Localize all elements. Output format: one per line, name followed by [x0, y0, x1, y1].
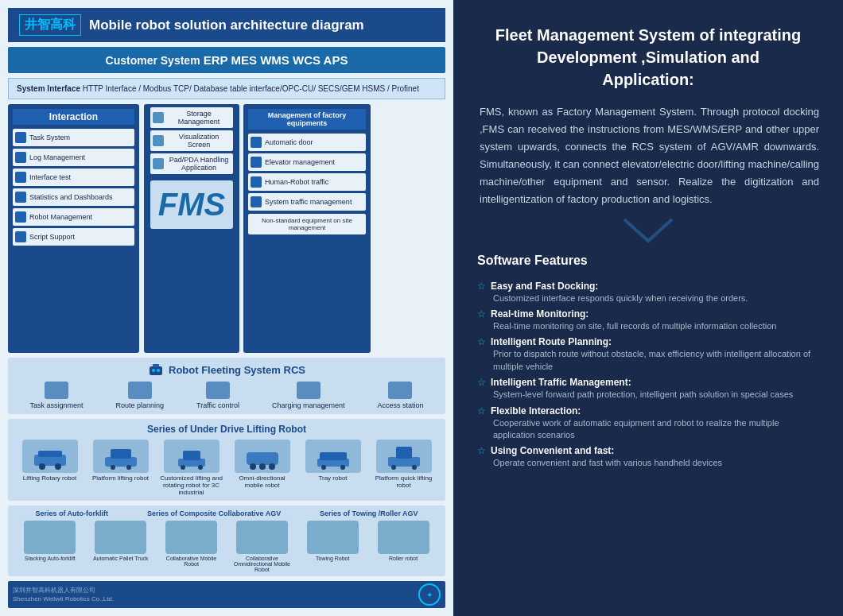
svg-rect-16	[247, 452, 278, 465]
feature-desc-2: Real-time monitoring on site, full recor…	[477, 320, 819, 332]
list-item: Access station	[377, 382, 423, 409]
list-item: ☆ Easy and Fast Docking: Customized inte…	[477, 281, 819, 304]
footer-logo: ✦	[418, 583, 441, 606]
list-item: Platform lifting robot	[89, 440, 153, 496]
feature-header: ☆ Easy and Fast Docking:	[477, 281, 819, 292]
interface-bar: System Interface HTTP Interface / Modbus…	[8, 78, 445, 99]
right-title: Fleet Management System of integrating D…	[477, 24, 819, 91]
human-robot-icon	[251, 176, 262, 188]
log-mgmt-label: Log Management	[29, 153, 85, 161]
star-icon-4: ☆	[477, 377, 486, 388]
list-item: ☆ Intelligent Traffic Management: System…	[477, 377, 819, 401]
list-item: Visualization Screen	[150, 130, 233, 151]
towing-robot-img	[307, 521, 359, 554]
list-item: Log Management	[13, 149, 134, 166]
list-item: Towing Robot	[301, 521, 363, 572]
interface-protocols: HTTP Interface / Modbus TCP/ Database ta…	[83, 84, 419, 93]
svg-rect-5	[38, 451, 62, 457]
pad-icon	[153, 158, 164, 169]
list-item: Platform quick lifting robot	[372, 440, 436, 496]
svg-point-19	[269, 463, 275, 470]
feature-name-1: Easy and Fast Docking:	[491, 281, 598, 292]
svg-point-23	[340, 465, 345, 470]
svg-rect-21	[320, 452, 347, 460]
list-item: Customized lifting and rotating robot fo…	[160, 440, 223, 496]
list-item: Charging management	[272, 382, 345, 409]
svg-rect-13	[183, 451, 200, 460]
right-title-line3: Application:	[477, 68, 819, 91]
right-description: FMS, known as Factory Management System.…	[477, 103, 819, 209]
list-item: Automatic door	[248, 134, 366, 151]
log-icon	[15, 152, 26, 163]
list-item: Interface test	[13, 169, 134, 186]
brand-label: 井智高科	[19, 14, 81, 36]
platform-quick-img	[376, 440, 432, 473]
svg-point-22	[321, 465, 326, 470]
list-item: Tray robot	[301, 440, 365, 496]
under-drive-section: Series of Under Drive Lifting Robot Lift…	[8, 419, 445, 501]
rcs-section: Robot Fleeting System RCS Task assignmen…	[8, 358, 445, 414]
feature-header: ☆ Using Convenient and fast:	[477, 445, 819, 456]
svg-rect-9	[111, 449, 131, 459]
stacking-forklift-img	[24, 521, 76, 554]
feature-name-3: Intelligent Route Planning:	[491, 336, 612, 347]
pallet-truck-img	[95, 521, 146, 554]
series-title-towing: Series of Towing /Roller AGV	[320, 509, 418, 517]
series-section: Series of Auto-forklift Series of Compos…	[8, 506, 445, 576]
svg-point-15	[198, 465, 203, 470]
list-item: Storage Management	[150, 107, 233, 128]
robot-mgmt-icon	[15, 211, 26, 223]
feature-header: ☆ Intelligent Route Planning:	[477, 336, 819, 347]
star-icon-6: ☆	[477, 445, 486, 456]
fms-center: FMS	[150, 180, 233, 229]
list-item: Robot Management	[13, 208, 134, 226]
left-panel: 井智高科 Mobile robot solution architecture …	[0, 0, 453, 616]
under-drive-grid: Lifting Rotary robot Platform lifting ro…	[16, 440, 437, 496]
svg-point-18	[259, 463, 266, 470]
series-titles: Series of Auto-forklift Series of Compos…	[16, 509, 437, 517]
vis-screen-icon	[153, 135, 164, 146]
feature-name-6: Using Convenient and fast:	[491, 445, 614, 456]
svg-point-3	[157, 369, 160, 372]
feature-header: ☆ Flexible Interaction:	[477, 405, 819, 416]
list-item: Script Support	[13, 228, 134, 246]
diagram-title: Mobile robot solution architecture diagr…	[89, 17, 364, 33]
factory-box: Management of factory equipments Automat…	[243, 104, 371, 353]
feature-name-5: Flexible Interaction:	[491, 405, 581, 416]
series-robot-grid: Stacking Auto-forklift Automatic Pallet …	[16, 521, 437, 572]
tray-robot-img	[305, 440, 361, 473]
svg-rect-0	[150, 366, 162, 375]
list-item: ☆ Flexible Interaction: Cooperative work…	[477, 405, 819, 442]
company-cn: 深圳井智高科机器人有限公司	[13, 586, 114, 595]
list-item: Automatic Pallet Truck	[90, 521, 152, 572]
feature-name-2: Real-time Monitoring:	[491, 308, 589, 320]
interface-test-icon	[15, 172, 26, 183]
task-system-label: Task System	[29, 134, 70, 141]
script-label: Script Support	[29, 233, 75, 241]
charge-mgmt-icon	[297, 382, 320, 399]
star-icon-5: ☆	[477, 405, 486, 416]
star-icon-3: ☆	[477, 336, 486, 347]
interface-test-label: Interface test	[29, 173, 71, 181]
sys-traffic-icon	[251, 196, 262, 207]
series-title-collab: Series of Composite Collaborative AGV	[147, 509, 281, 517]
roller-robot-img	[378, 521, 429, 554]
feature-header: ☆ Intelligent Traffic Management:	[477, 377, 819, 388]
feature-desc-3: Prior to dispatch route without obstacle…	[477, 348, 819, 373]
interaction-title: Interaction	[13, 109, 134, 125]
series-title-forklift: Series of Auto-forklift	[35, 509, 108, 517]
left-header: 井智高科 Mobile robot solution architecture …	[8, 8, 445, 42]
access-station-icon	[388, 382, 412, 399]
list-item: Task System	[13, 129, 134, 146]
list-item: Lifting Rotary robot	[18, 440, 82, 496]
customized-lifting-img	[164, 440, 219, 473]
customer-systems-list: ERP MES WMS WCS APS	[204, 53, 348, 67]
storage-mgmt-box: Storage Management Visualization Screen …	[144, 104, 239, 353]
interaction-box: Interaction Task System Log Management I…	[8, 104, 139, 353]
svg-point-2	[152, 369, 155, 372]
lifting-rotary-img	[22, 440, 78, 473]
robot-mgmt-label: Robot Management	[29, 213, 92, 221]
feature-header: ☆ Real-time Monitoring:	[477, 308, 819, 320]
stats-icon	[15, 192, 26, 203]
list-item: Task assignment	[29, 382, 83, 409]
